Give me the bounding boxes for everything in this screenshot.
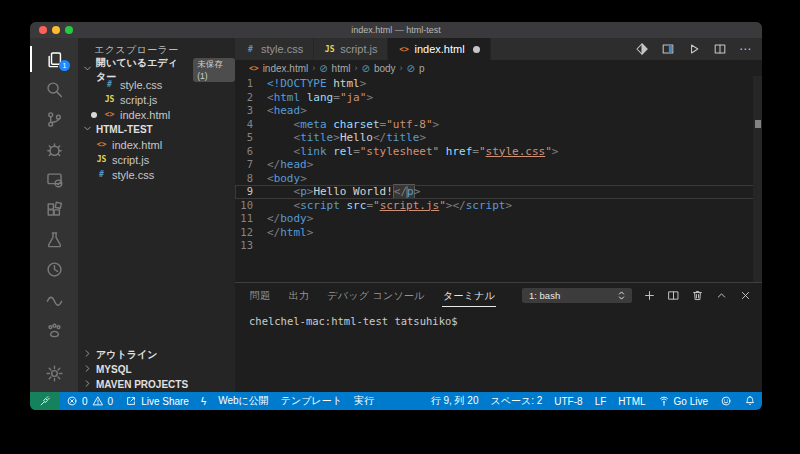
beaker-icon xyxy=(45,230,64,249)
open-editor-item[interactable]: JSscript.js xyxy=(78,92,235,107)
live-share[interactable]: Live Share xyxy=(119,392,195,410)
symbol-icon: ⊘ xyxy=(319,63,327,74)
breadcrumb-separator-icon: › xyxy=(355,63,358,73)
split-editor-icon[interactable] xyxy=(713,42,727,56)
go-live[interactable]: Go Live xyxy=(652,392,714,410)
activity-source-control-icon[interactable] xyxy=(30,104,78,134)
code-line[interactable]: 5 <title>Hello</title> xyxy=(235,131,762,145)
editor-scrollbar[interactable] xyxy=(753,76,762,282)
activity-extensions-icon[interactable] xyxy=(30,194,78,224)
status-label: 実行 xyxy=(354,394,374,408)
code-line[interactable]: 6 <link rel="stylesheet" href="style.css… xyxy=(235,145,762,159)
panel-tab-デバッグ コンソール[interactable]: デバッグ コンソール xyxy=(326,284,426,306)
run-icon[interactable] xyxy=(687,42,701,56)
code-line[interactable]: 12</html> xyxy=(235,226,762,240)
breadcrumb[interactable]: <>index.html›⊘html›⊘body›⊘p xyxy=(235,60,762,76)
folder-header[interactable]: HTML-TEST xyxy=(78,122,235,137)
line-number: 9 xyxy=(235,185,267,199)
activity-gear-icon[interactable] xyxy=(30,358,78,388)
panel-tab-ターミナル[interactable]: ターミナル xyxy=(442,284,496,307)
file-tree-item[interactable]: <>index.html xyxy=(78,137,235,152)
notifications[interactable] xyxy=(738,392,762,410)
tab-script.js[interactable]: JSscript.js xyxy=(314,38,388,60)
code-line[interactable]: 3<head> xyxy=(235,104,762,118)
open-editor-item[interactable]: #style.css xyxy=(78,77,235,92)
breadcrumb-item[interactable]: body xyxy=(374,63,396,74)
remote-indicator[interactable] xyxy=(30,392,60,410)
terminal-select[interactable]: 1: bash xyxy=(522,288,632,303)
scrollbar-marker xyxy=(755,120,761,128)
panel-tab-出力[interactable]: 出力 xyxy=(288,284,311,306)
format-icon[interactable] xyxy=(635,42,649,56)
breadcrumb-item[interactable]: p xyxy=(419,63,425,74)
new-terminal-icon[interactable] xyxy=(643,289,656,302)
publish-web[interactable]: Webに公開 xyxy=(212,392,275,410)
template[interactable]: テンプレート xyxy=(275,392,348,410)
tab-index.html[interactable]: <>index.html xyxy=(388,38,490,60)
js-file-icon: JS xyxy=(104,95,115,104)
line-content: <meta charset="utf-8"> xyxy=(267,118,439,132)
activity-clock-icon[interactable] xyxy=(30,254,78,284)
code-line[interactable]: 10 <script src="script.js"></script> xyxy=(235,199,762,213)
chevron-right-icon xyxy=(82,348,93,361)
file-name: style.css xyxy=(112,169,154,181)
file-tree-item[interactable]: JSscript.js xyxy=(78,152,235,167)
cursor-position[interactable]: 行 9, 列 20 xyxy=(425,392,485,410)
preview-icon[interactable] xyxy=(661,42,675,56)
title-bar[interactable]: index.html — html-test xyxy=(30,22,762,38)
code-line[interactable]: 8<body> xyxy=(235,172,762,186)
split-terminal-icon[interactable] xyxy=(667,289,680,302)
kill-terminal-icon[interactable] xyxy=(691,289,704,302)
indentation[interactable]: スペース: 2 xyxy=(484,392,548,410)
problems[interactable]: 00 xyxy=(60,392,119,410)
code-line[interactable]: 4 <meta charset="utf-8"> xyxy=(235,118,762,132)
activity-debug-icon[interactable] xyxy=(30,134,78,164)
activity-files-icon[interactable]: 1 xyxy=(30,44,78,74)
open-editor-item[interactable]: <>index.html xyxy=(78,107,235,122)
encoding[interactable]: UTF-8 xyxy=(548,392,588,410)
breadcrumb-item[interactable]: html xyxy=(332,63,351,74)
close-panel-icon[interactable] xyxy=(739,289,752,302)
chevron-right-icon xyxy=(82,378,93,389)
code-line[interactable]: 11</body> xyxy=(235,212,762,226)
activity-paw-icon[interactable] xyxy=(30,314,78,344)
sidebar-section-MYSQL[interactable]: MYSQL xyxy=(78,362,235,377)
modified-dot-icon xyxy=(91,112,97,118)
tab-style.css[interactable]: #style.css xyxy=(235,38,314,60)
run[interactable]: 実行 xyxy=(348,392,380,410)
html-file-icon: <> xyxy=(104,110,115,119)
file-tree-item[interactable]: #style.css xyxy=(78,167,235,182)
line-content: <body> xyxy=(267,172,307,186)
section-label: アウトライン xyxy=(96,348,157,362)
feedback[interactable] xyxy=(714,392,738,410)
code-line[interactable]: 1<!DOCTYPE html> xyxy=(235,77,762,91)
open-editors-header[interactable]: 開いているエディター 未保存 (1) xyxy=(78,62,235,77)
code-line[interactable]: 2<html lang="ja"> xyxy=(235,91,762,105)
code-line[interactable]: 7</head> xyxy=(235,158,762,172)
chevron-down-icon xyxy=(82,63,93,74)
sidebar-section-MAVEN PROJECTS[interactable]: MAVEN PROJECTS xyxy=(78,377,235,392)
code-line[interactable]: 13 xyxy=(235,239,762,253)
lightning[interactable]: ϟ xyxy=(195,392,212,410)
more-actions-icon[interactable]: ⋯ xyxy=(739,42,752,56)
panel-tab-問題[interactable]: 問題 xyxy=(249,284,272,306)
line-number: 5 xyxy=(235,131,267,145)
activity-search-icon[interactable] xyxy=(30,74,78,104)
activity-wave-icon[interactable] xyxy=(30,284,78,314)
chevron-right-icon xyxy=(82,363,93,376)
terminal-prompt: chelchel-mac:html-test tatsuhiko$ xyxy=(249,315,458,327)
remote-plug-icon xyxy=(39,395,51,407)
code-line[interactable]: 9 <p>Hello World!</p> xyxy=(235,185,762,199)
activity-remote-window-icon[interactable] xyxy=(30,164,78,194)
editor-actions: ⋯ xyxy=(635,38,762,60)
maximize-panel-icon[interactable] xyxy=(715,289,728,302)
language-mode[interactable]: HTML xyxy=(612,392,651,410)
code-editor[interactable]: 1<!DOCTYPE html>2<html lang="ja">3<head>… xyxy=(235,76,762,282)
activity-badge: 1 xyxy=(59,60,70,71)
terminal[interactable]: chelchel-mac:html-test tatsuhiko$ xyxy=(235,307,762,392)
breadcrumb-item[interactable]: index.html xyxy=(263,63,309,74)
css-file-icon: # xyxy=(104,80,115,89)
activity-beaker-icon[interactable] xyxy=(30,224,78,254)
sidebar-section-アウトライン[interactable]: アウトライン xyxy=(78,347,235,362)
eol[interactable]: LF xyxy=(589,392,613,410)
